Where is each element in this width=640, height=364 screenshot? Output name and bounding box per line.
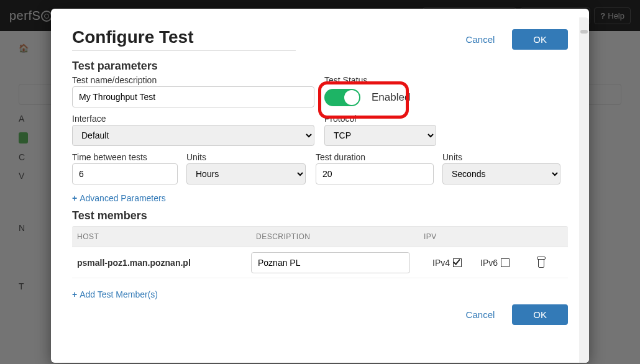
test-status-label: Test Status	[324, 75, 410, 85]
test-name-label: Test name/description	[72, 75, 314, 85]
ipv4-checkbox[interactable]	[453, 258, 462, 267]
ipv4-label: IPv4	[432, 258, 450, 268]
ipv6-label: IPv6	[480, 258, 498, 268]
interface-select[interactable]: Default	[72, 125, 314, 146]
members-header-desc: DESCRIPTION	[251, 232, 419, 241]
plus-icon: +	[72, 193, 77, 203]
duration-units-label: Units	[442, 152, 560, 162]
modal-title: Configure Test	[72, 27, 296, 51]
members-header-ipv: IPV	[419, 232, 481, 241]
cancel-button[interactable]: Cancel	[457, 29, 504, 50]
modal-footer: Cancel OK	[72, 304, 568, 325]
section-members: Test members	[72, 209, 568, 222]
table-row: psmall-poz1.man.poznan.pl IPv4 IPv6	[72, 247, 568, 278]
interface-label: Interface	[72, 114, 314, 124]
modal-scrollbar[interactable]	[579, 17, 589, 363]
interval-units-select[interactable]: Hours	[186, 163, 306, 184]
advanced-parameters-label: Advanced Parameters	[80, 193, 166, 203]
interval-input[interactable]	[72, 163, 178, 184]
plus-icon: +	[72, 289, 77, 299]
trash-icon[interactable]	[537, 258, 546, 268]
duration-input[interactable]	[316, 163, 434, 184]
members-header-row: HOST DESCRIPTION IPV	[72, 226, 568, 247]
ipv6-checkbox[interactable]	[501, 258, 510, 267]
add-test-member-label: Add Test Member(s)	[80, 289, 158, 299]
duration-units-select[interactable]: Seconds	[442, 163, 560, 184]
advanced-parameters-link[interactable]: + Advanced Parameters	[72, 193, 166, 203]
ok-button-footer[interactable]: OK	[512, 304, 568, 325]
interval-label: Time between tests	[72, 152, 178, 162]
test-name-input[interactable]	[72, 86, 314, 107]
section-parameters: Test parameters	[72, 60, 568, 73]
test-status-toggle[interactable]	[324, 89, 360, 106]
duration-label: Test duration	[316, 152, 434, 162]
member-host: psmall-poz1.man.poznan.pl	[72, 258, 251, 268]
protocol-select[interactable]: TCP	[324, 125, 436, 146]
members-header-host: HOST	[72, 232, 251, 241]
modal-header: Configure Test Cancel OK	[72, 27, 568, 51]
cancel-button-footer[interactable]: Cancel	[457, 304, 504, 325]
page-root: perfSNAR Toolkit on 150.254.160.17 View …	[0, 0, 640, 364]
protocol-label: Protocol	[324, 114, 436, 124]
configure-test-modal: Configure Test Cancel OK Test parameters…	[51, 9, 589, 363]
ipv6-option[interactable]: IPv6	[480, 258, 510, 268]
member-description-input[interactable]	[251, 252, 410, 273]
test-status-value: Enabled	[372, 91, 410, 104]
ipv4-option[interactable]: IPv4	[432, 258, 462, 268]
members-table: HOST DESCRIPTION IPV psmall-poz1.man.poz…	[72, 226, 568, 278]
ok-button[interactable]: OK	[512, 29, 568, 50]
add-test-member-link[interactable]: + Add Test Member(s)	[72, 289, 158, 299]
interval-units-label: Units	[186, 152, 306, 162]
